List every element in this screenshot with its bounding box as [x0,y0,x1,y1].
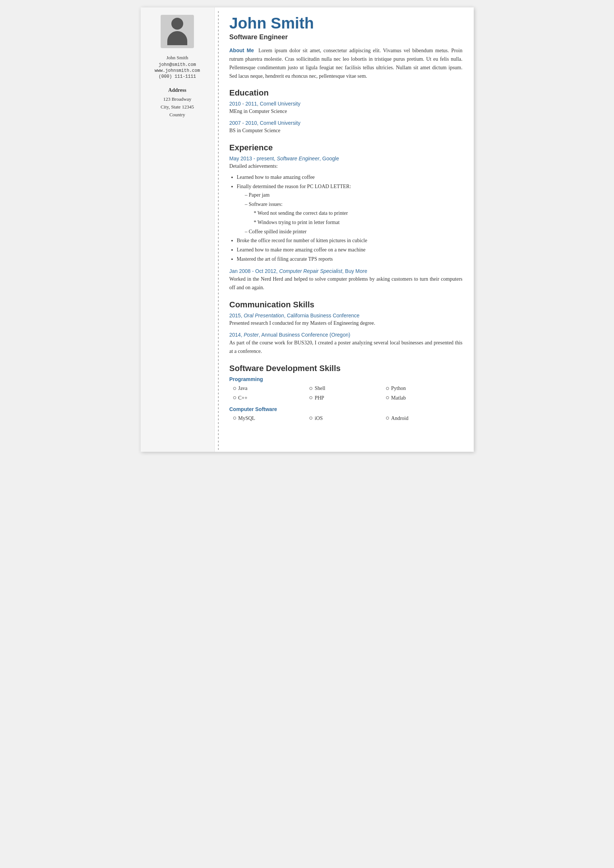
software-skills-heading: Software Development Skills [229,363,463,373]
skill-bullet-icon [386,387,389,390]
comm-desc-1: As part of the course work for BUS320, I… [229,339,463,356]
skill-bullet-icon [233,396,236,399]
exp-title-1: Jan 2008 - Oct 2012, Computer Repair Spe… [229,268,463,274]
experience-section: Experience May 2013 - present, Software … [229,143,463,292]
about-me-label: About Me [229,47,254,53]
education-entry-0: 2010 - 2011, Cornell University MEng in … [229,101,463,115]
avatar [161,15,194,48]
bullet-item: Finally determined the reason for PC LOA… [237,182,463,236]
bullet-item: Broke the office record for number of ki… [237,236,463,245]
comm-title-0: 2015, Oral Presentation, California Busi… [229,312,463,318]
bullet-item: Learned how to make amazing coffee [237,173,463,182]
skill-bullet-icon [233,387,236,390]
skill-java: Java [233,384,310,393]
comm-title-1: 2014, Poster, Annual Business Conference… [229,332,463,338]
edu-degree-0: MEng in Computer Science [229,107,463,115]
skill-bullet-icon [386,396,389,399]
resume-page: John Smith john@smith.com www.johnsmith.… [141,8,474,452]
skill-cpp: C++ [233,393,310,402]
sidebar: John Smith john@smith.com www.johnsmith.… [141,8,215,452]
skill-android: Android [386,414,463,423]
sub-bullet-item: Coffee spilled inside printer [245,227,463,236]
sub-bullet-item: Software issues: Word not sending the co… [245,200,463,227]
comm-desc-0: Presented research I conducted for my Ma… [229,319,463,328]
comm-skills-section: Communication Skills 2015, Oral Presenta… [229,300,463,356]
sidebar-website: www.johnsmith.com [155,68,200,73]
about-me-paragraph: About Me Lorem ipsum dolor sit amet, con… [229,46,463,80]
exp-bullets-0: Learned how to make amazing coffee Final… [237,173,463,264]
sub-bullets: Paper jam Software issues: Word not send… [245,191,463,236]
exp-desc-0: Detailed achievements: [229,162,463,170]
skill-bullet-icon [309,396,312,399]
computer-software-grid: MySQL iOS Android [233,414,463,423]
skill-matlab: Matlab [386,393,463,402]
comm-skills-heading: Communication Skills [229,300,463,310]
sidebar-email: john@smith.com [159,62,196,67]
exp-entry-1: Jan 2008 - Oct 2012, Computer Repair Spe… [229,268,463,292]
edu-title-1: 2007 - 2010, Cornell University [229,120,463,126]
comm-entry-0: 2015, Oral Presentation, California Busi… [229,312,463,328]
skill-bullet-icon [233,416,236,419]
education-entry-1: 2007 - 2010, Cornell University BS in Co… [229,120,463,135]
comm-entry-1: 2014, Poster, Annual Business Conference… [229,332,463,356]
skill-ios: iOS [309,414,386,423]
skill-mysql: MySQL [233,414,310,423]
sidebar-name: John Smith [167,55,188,61]
exp-title-0: May 2013 - present, Software Engineer, G… [229,155,463,161]
programming-label: Programming [229,376,463,382]
skill-bullet-icon [309,387,312,390]
sidebar-address: 123 Broadway City, State 12345 Country [161,96,194,118]
computer-software-category: Computer Software MySQL iOS Android [229,406,463,423]
programming-category: Programming Java Shell Python [229,376,463,402]
software-skills-section: Software Development Skills Programming … [229,363,463,423]
edu-degree-1: BS in Computer Science [229,127,463,135]
sub-sub-bullets: Word not sending the correct data to pri… [254,209,463,227]
exp-entry-0: May 2013 - present, Software Engineer, G… [229,155,463,263]
skill-bullet-icon [386,416,389,419]
skill-python: Python [386,384,463,393]
sub-sub-bullet-item: Windows trying to print in letter format [254,218,463,227]
sidebar-phone: (000) 111-1111 [159,74,196,79]
main-name: John Smith [229,15,463,32]
divider [215,8,222,452]
address-label: Address [168,87,186,93]
main-job-title: Software Engineer [229,33,463,41]
bullet-item: Learned how to make more amazing coffee … [237,245,463,255]
programming-skills-grid: Java Shell Python C++ [233,384,463,402]
person-icon [167,18,187,45]
sub-bullet-item: Paper jam [245,191,463,200]
bullet-item: Mastered the art of filing accurate TPS … [237,255,463,264]
computer-software-label: Computer Software [229,406,463,412]
about-me-text: Lorem ipsum dolor sit amet, consectetur … [229,48,463,79]
edu-title-0: 2010 - 2011, Cornell University [229,101,463,107]
education-heading: Education [229,88,463,98]
education-section: Education 2010 - 2011, Cornell Universit… [229,88,463,135]
experience-heading: Experience [229,143,463,152]
main-content: John Smith Software Engineer About Me Lo… [222,8,474,452]
sub-sub-bullet-item: Word not sending the correct data to pri… [254,209,463,218]
skill-shell: Shell [309,384,386,393]
exp-desc-1: Worked in the Nerd Herd and helped to so… [229,275,463,292]
skill-bullet-icon [309,416,312,419]
skill-php: PHP [309,393,386,402]
